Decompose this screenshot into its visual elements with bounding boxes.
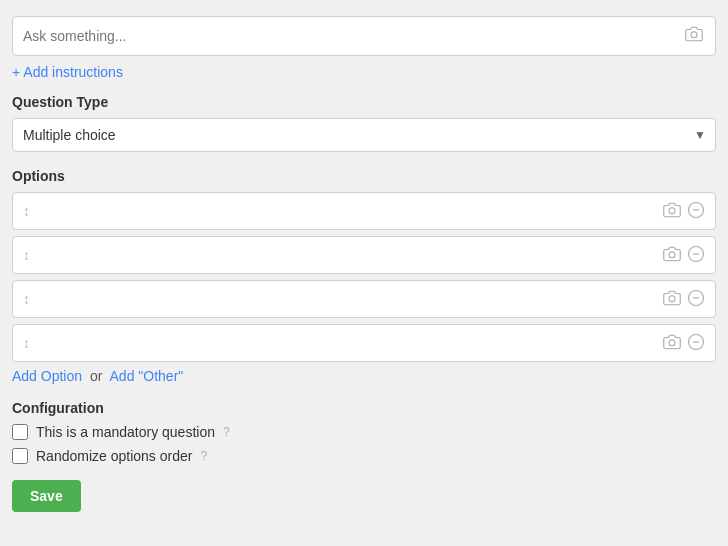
form-container: + Add instructions Question Type Multipl… bbox=[12, 12, 716, 516]
question-input[interactable] bbox=[23, 28, 683, 44]
option-icons-1 bbox=[663, 201, 705, 221]
help-icon: ? bbox=[200, 449, 207, 463]
options-actions: Add Option or Add "Other" bbox=[12, 368, 716, 384]
option-remove-button-4[interactable] bbox=[687, 333, 705, 353]
option-row: ↕ bbox=[12, 236, 716, 274]
option-input-2[interactable] bbox=[36, 247, 663, 263]
add-other-link[interactable]: Add "Other" bbox=[110, 368, 184, 384]
option-remove-button-2[interactable] bbox=[687, 245, 705, 265]
save-button[interactable]: Save bbox=[12, 480, 81, 512]
camera-icon bbox=[663, 245, 681, 263]
svg-point-0 bbox=[691, 32, 697, 38]
question-type-select[interactable]: Multiple choice Single choice Text Ratin… bbox=[12, 118, 716, 152]
option-row: ↕ bbox=[12, 324, 716, 362]
option-camera-button-3[interactable] bbox=[663, 289, 681, 309]
option-row: ↕ bbox=[12, 280, 716, 318]
question-input-row bbox=[12, 16, 716, 56]
configuration-section: Configuration This is a mandatory questi… bbox=[12, 400, 716, 464]
options-label: Options bbox=[12, 168, 716, 184]
configuration-label: Configuration bbox=[12, 400, 716, 416]
camera-icon bbox=[663, 289, 681, 307]
drag-handle-icon: ↕ bbox=[23, 247, 30, 263]
drag-handle-icon: ↕ bbox=[23, 335, 30, 351]
option-input-3[interactable] bbox=[36, 291, 663, 307]
question-type-select-wrapper: Multiple choice Single choice Text Ratin… bbox=[12, 118, 716, 152]
camera-icon bbox=[663, 333, 681, 351]
randomize-label: Randomize options order bbox=[36, 448, 192, 464]
add-instructions-link[interactable]: + Add instructions bbox=[12, 64, 123, 80]
add-option-link[interactable]: Add Option bbox=[12, 368, 82, 384]
option-camera-button-4[interactable] bbox=[663, 333, 681, 353]
config-item-randomize: Randomize options order ? bbox=[12, 448, 716, 464]
option-input-4[interactable] bbox=[36, 335, 663, 351]
question-type-label: Question Type bbox=[12, 94, 716, 110]
option-camera-button-1[interactable] bbox=[663, 201, 681, 221]
minus-circle-icon bbox=[687, 201, 705, 219]
help-icon: ? bbox=[223, 425, 230, 439]
randomize-checkbox[interactable] bbox=[12, 448, 28, 464]
option-icons-2 bbox=[663, 245, 705, 265]
svg-point-1 bbox=[669, 208, 675, 214]
camera-icon bbox=[663, 201, 681, 219]
camera-icon bbox=[685, 25, 703, 43]
mandatory-checkbox[interactable] bbox=[12, 424, 28, 440]
option-remove-button-3[interactable] bbox=[687, 289, 705, 309]
drag-handle-icon: ↕ bbox=[23, 203, 30, 219]
question-type-section: Question Type Multiple choice Single cho… bbox=[12, 94, 716, 152]
option-remove-button-1[interactable] bbox=[687, 201, 705, 221]
option-icons-3 bbox=[663, 289, 705, 309]
config-item-mandatory: This is a mandatory question ? bbox=[12, 424, 716, 440]
svg-point-7 bbox=[669, 296, 675, 302]
svg-point-10 bbox=[669, 340, 675, 346]
minus-circle-icon bbox=[687, 289, 705, 307]
options-section: Options ↕ ↕ bbox=[12, 168, 716, 384]
option-icons-4 bbox=[663, 333, 705, 353]
question-camera-button[interactable] bbox=[683, 25, 705, 47]
minus-circle-icon bbox=[687, 245, 705, 263]
minus-circle-icon bbox=[687, 333, 705, 351]
option-row: ↕ bbox=[12, 192, 716, 230]
or-separator: or bbox=[90, 368, 102, 384]
drag-handle-icon: ↕ bbox=[23, 291, 30, 307]
mandatory-label: This is a mandatory question bbox=[36, 424, 215, 440]
option-camera-button-2[interactable] bbox=[663, 245, 681, 265]
option-input-1[interactable] bbox=[36, 203, 663, 219]
svg-point-4 bbox=[669, 252, 675, 258]
